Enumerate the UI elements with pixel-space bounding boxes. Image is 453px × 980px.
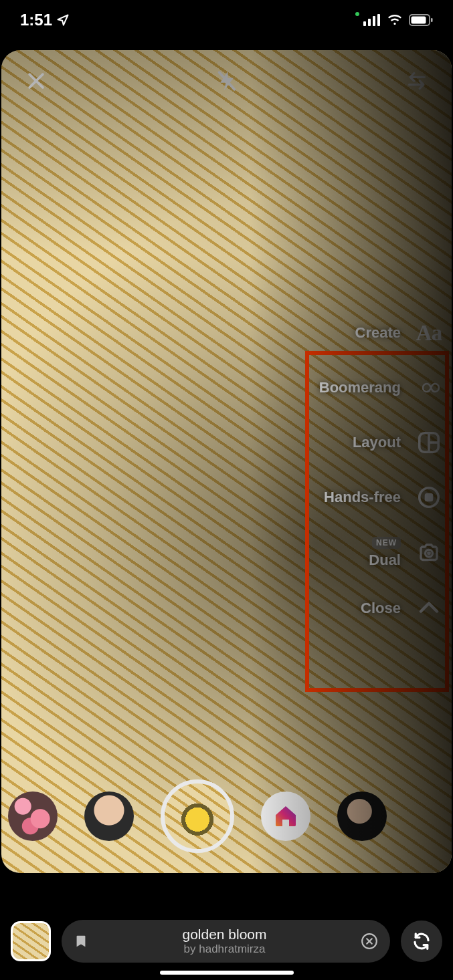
tool-create-label: Create [355,324,401,342]
status-time: 1:51 [20,11,52,29]
bookmark-icon [74,933,88,950]
infinity-icon [416,374,442,401]
dual-camera-icon [416,539,442,566]
svg-rect-0 [363,21,366,26]
tool-boomerang-label: Boomerang [319,379,401,396]
swap-arrows-icon [403,70,430,92]
effect-thumb[interactable] [8,791,58,841]
tool-handsfree-label: Hands-free [324,489,401,506]
tool-dual-label: Dual [369,552,401,569]
tool-close-label: Close [361,600,401,617]
status-bar: 1:51 [0,0,453,40]
home-indicator[interactable] [160,971,294,975]
svg-rect-6 [431,18,433,22]
tool-dual[interactable]: NEW Dual [319,537,442,569]
viewport-top-bar [1,65,452,97]
tool-boomerang[interactable]: Boomerang [319,372,442,403]
camera-viewport: Create Aa Boomerang Layout Hands-free NE… [1,50,452,873]
cellular-icon [363,14,381,26]
svg-rect-5 [412,17,426,24]
svg-rect-2 [373,16,375,26]
tool-close-menu[interactable]: Close [319,593,442,624]
status-indicators [355,12,433,28]
close-icon [25,70,48,92]
gallery-thumbnail-button[interactable] [11,921,51,961]
clear-effect-icon[interactable] [361,933,378,950]
text-aa-icon: Aa [416,320,442,346]
effect-info-text: golden bloom by hadhratmirza [100,927,349,957]
tool-create[interactable]: Create Aa [319,318,442,348]
layout-grid-icon [416,429,442,456]
home-gradient-icon [272,803,299,830]
effect-thumb[interactable] [84,791,134,841]
swap-camera-button[interactable] [401,65,433,97]
close-story-button[interactable] [20,65,52,97]
tool-handsfree[interactable]: Hands-free [319,482,442,513]
wifi-icon [386,13,403,27]
flash-button[interactable] [211,65,243,97]
flash-off-icon [215,68,238,94]
battery-icon [409,14,433,26]
effect-info-pill[interactable]: golden bloom by hadhratmirza [62,920,390,963]
effect-title: golden bloom [100,927,349,943]
svg-rect-1 [368,19,371,26]
chevron-up-icon [416,595,442,622]
bottom-bar: golden bloom by hadhratmirza [0,920,453,963]
new-badge: NEW [372,537,401,549]
effect-thumb[interactable] [261,791,310,841]
effect-author: by hadhratmirza [100,943,349,956]
svg-rect-3 [377,14,380,26]
svg-rect-10 [426,495,432,501]
location-arrow-icon [56,13,70,27]
capture-button[interactable] [161,779,234,853]
tool-layout[interactable]: Layout [319,427,442,458]
refresh-effects-button[interactable] [401,921,442,962]
record-circle-icon [416,484,442,511]
status-time-group: 1:51 [20,11,70,29]
refresh-icon [412,931,432,951]
effects-carousel[interactable] [1,779,452,853]
story-tools-column: Create Aa Boomerang Layout Hands-free NE… [319,318,442,624]
tool-layout-label: Layout [353,434,401,451]
camera-active-dot-icon [355,12,359,16]
effect-thumb[interactable] [337,791,387,841]
